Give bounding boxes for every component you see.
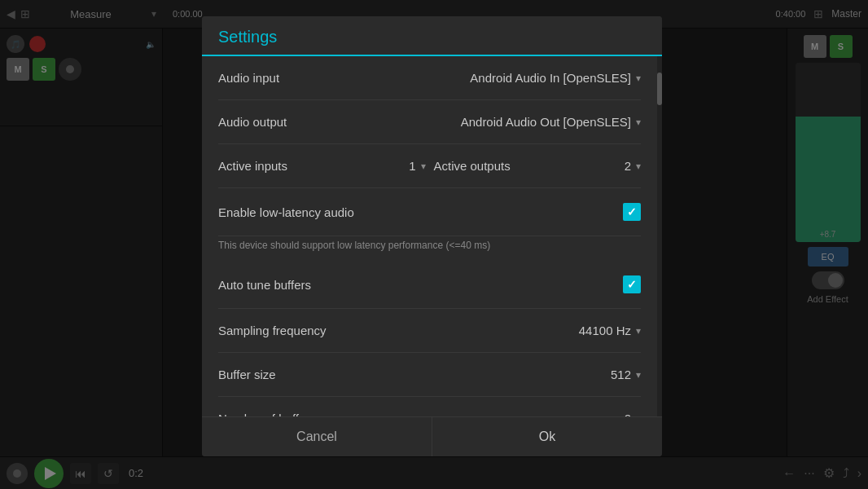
audio-output-arrow-icon: ▾ xyxy=(636,117,641,128)
buffer-size-value: 512 xyxy=(611,368,631,381)
active-outputs-label: Active outputs xyxy=(434,159,511,173)
active-inputs-arrow-icon: ▾ xyxy=(421,161,426,172)
cancel-button[interactable]: Cancel xyxy=(202,417,432,456)
audio-output-row: Audio output Android Audio Out [OpenSLES… xyxy=(218,100,641,144)
active-inputs-value-container[interactable]: 1 ▾ xyxy=(409,159,425,173)
dialog-scrollbar-thumb xyxy=(657,73,662,105)
audio-input-label: Audio input xyxy=(218,71,279,85)
audio-output-value: Android Audio Out [OpenSLES] xyxy=(461,115,631,129)
audio-input-row: Audio input Android Audio In [OpenSLES] … xyxy=(218,56,641,100)
audio-output-value-container[interactable]: Android Audio Out [OpenSLES] ▾ xyxy=(461,115,641,129)
ok-button[interactable]: Ok xyxy=(432,417,662,456)
dialog-scrollbar[interactable] xyxy=(657,56,662,416)
num-buffers-row: Number of buffers 2 ▾ xyxy=(218,397,641,416)
auto-tune-checkbox[interactable]: ✓ xyxy=(623,275,641,293)
checkmark-icon: ✓ xyxy=(627,205,637,218)
settings-dialog: Settings Audio input Android Audio In [O… xyxy=(202,16,662,456)
sampling-freq-label: Sampling frequency xyxy=(218,324,327,337)
buffer-size-value-container[interactable]: 512 ▾ xyxy=(611,368,641,381)
low-latency-row: Enable low-latency audio ✓ xyxy=(218,188,641,236)
audio-input-arrow-icon: ▾ xyxy=(636,73,641,84)
sampling-freq-row: Sampling frequency 44100 Hz ▾ xyxy=(218,309,641,353)
auto-tune-checkmark-icon: ✓ xyxy=(627,278,637,291)
dialog-body: Audio input Android Audio In [OpenSLES] … xyxy=(202,56,657,416)
low-latency-label: Enable low-latency audio xyxy=(218,205,354,219)
audio-input-value-container[interactable]: Android Audio In [OpenSLES] ▾ xyxy=(470,71,641,85)
buffer-size-label: Buffer size xyxy=(218,368,276,381)
dialog-footer: Cancel Ok xyxy=(202,416,662,456)
audio-output-label: Audio output xyxy=(218,115,287,129)
low-latency-note: This device should support low latency p… xyxy=(218,236,641,261)
active-inputs-outputs-row: Active inputs 1 ▾ Active outputs 2 ▾ xyxy=(218,144,641,188)
active-outputs-arrow-icon: ▾ xyxy=(636,161,641,172)
active-outputs-value-container[interactable]: 2 ▾ xyxy=(625,159,641,173)
buffer-size-row: Buffer size 512 ▾ xyxy=(218,353,641,397)
active-outputs-value: 2 xyxy=(625,159,631,173)
auto-tune-row: Auto tune buffers ✓ xyxy=(218,261,641,309)
dialog-title: Settings xyxy=(218,28,277,46)
audio-input-value: Android Audio In [OpenSLES] xyxy=(470,71,631,85)
buffer-size-arrow-icon: ▾ xyxy=(636,369,641,381)
dialog-header: Settings xyxy=(202,16,662,56)
sampling-freq-value-container[interactable]: 44100 Hz ▾ xyxy=(579,324,641,337)
active-inputs-label: Active inputs xyxy=(218,159,287,173)
active-inputs-value: 1 xyxy=(409,159,415,173)
sampling-freq-value: 44100 Hz xyxy=(579,324,631,337)
low-latency-checkbox[interactable]: ✓ xyxy=(623,203,641,221)
auto-tune-label: Auto tune buffers xyxy=(218,278,311,292)
active-inputs-group: Active inputs 1 ▾ xyxy=(218,159,426,173)
sampling-freq-arrow-icon: ▾ xyxy=(636,325,641,337)
active-outputs-group: Active outputs 2 ▾ xyxy=(434,159,642,173)
